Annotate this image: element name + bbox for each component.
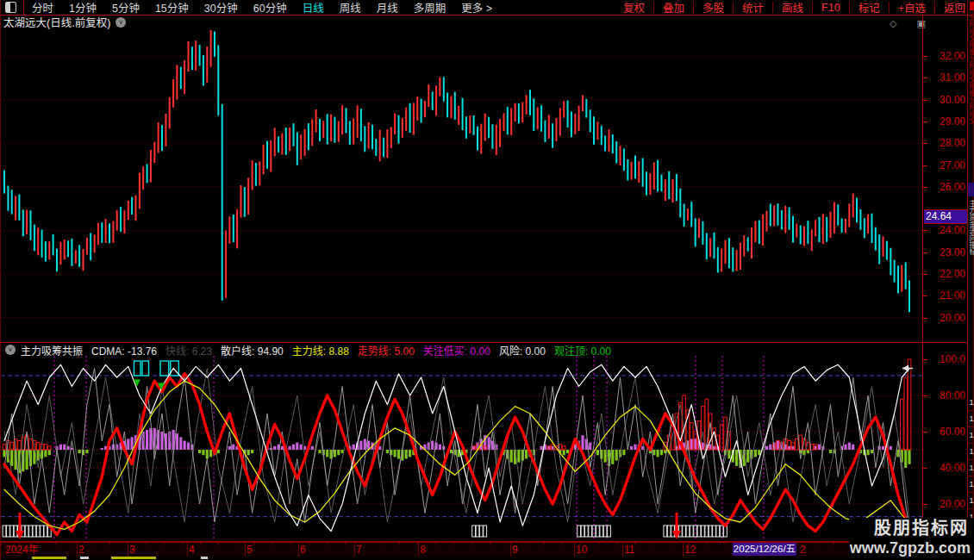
histogram-bar-purple [311,446,314,450]
cutoff-label-fragment [80,557,89,559]
indicator-header: ˅ 主力吸筹共振CDMA: -13.76快线: 6.23散户线: 94.90主力… [2,344,620,356]
collapsed-quote-strip[interactable]: 分时成交明细分时成交明细分时成交 主力资金流向指标 111111111 [967,0,974,560]
histogram-bar-purple [844,445,846,450]
toolbar-item-标记[interactable]: 标记 [850,0,889,16]
toolbar-item-1分钟[interactable]: 1分钟 [61,3,104,15]
price-axis-label: 21.00 [926,290,965,301]
buy-signal-box [479,526,483,537]
histogram-bar-purple [589,443,591,450]
histogram-bar-green [405,450,408,459]
indicator-axis-label: 60.00 [926,426,965,437]
layout-icon[interactable] [5,2,16,13]
axis-tick [923,359,927,360]
histogram-bar-purple [146,430,148,450]
histogram-bar-purple [852,445,854,450]
toolbar-item-5分钟[interactable]: 5分钟 [104,3,147,15]
buy-signal-box [484,526,487,537]
indicator-axis-label: 20.00 [926,499,965,509]
toolbar-item-多股[interactable]: 多股 [694,0,733,16]
histogram-bar-purple [187,443,190,450]
toolbar-item-统计[interactable]: 统计 [734,0,772,16]
toolbar-item-60分钟[interactable]: 60分钟 [246,3,295,15]
histogram-bar-purple [890,446,892,450]
histogram-bar-green [652,450,655,455]
histogram-bar-green [829,450,832,453]
price-axis-label: 27.00 [926,160,965,171]
histogram-bar-purple [709,445,712,450]
histogram-bar-purple [59,445,62,450]
red-outline-bar [727,432,731,450]
histogram-bar-purple [690,439,693,450]
histogram-bar-purple [769,445,771,450]
toolbar-item-分时[interactable]: 分时 [24,3,61,15]
indicator-collapse-icon[interactable]: ˅ [5,345,16,355]
red-outline-bar [705,399,709,450]
histogram-bar-green [596,450,599,455]
histogram-bar-green [615,450,618,461]
red-outline-bar [901,399,904,450]
histogram-bar-green [604,450,607,463]
histogram-bar-purple [431,441,434,451]
toolbar-item-F10[interactable]: F10 [813,2,849,14]
toolbar-item-更多 >[interactable]: 更多 > [453,3,500,15]
histogram-bar-purple [882,446,884,450]
toolbar-item-30分钟[interactable]: 30分钟 [197,3,246,15]
cutoff-label-fragment [32,557,66,559]
histogram-bar-purple [848,443,851,450]
buy-signal-box [709,526,712,537]
axis-separator [683,543,684,557]
histogram-bar-purple [176,433,178,450]
axis-tick [923,252,927,253]
buy-signal-box [600,526,603,537]
axis-tick [923,78,927,78]
date-axis[interactable]: 2024年 23456789101112 2025/12/26/五 2 [1,542,922,557]
candlestick-chart[interactable] [1,28,922,342]
chevron-down-icon[interactable]: ˅ [116,17,126,28]
red-outline-bar [796,439,799,450]
buy-signal-box [10,526,14,537]
toolbar-item-+自选[interactable]: +自选 [890,0,934,16]
buy-signal-box [716,526,720,537]
histogram-bar-green [247,450,250,455]
buy-signal-box [589,526,592,537]
toolbar-item-画线[interactable]: 画线 [773,0,812,16]
toolbar-item-多周期[interactable]: 多周期 [406,3,454,15]
toolbar-item-日线[interactable]: 日线 [295,3,332,15]
histogram-bar-purple [547,446,550,450]
histogram-bar-green [450,450,453,453]
axis-tick [923,187,927,188]
axis-month-label: 11 [624,544,634,555]
axis-month-label: 5 [247,544,253,555]
red-outline-bar [904,377,908,450]
histogram-bar-green [611,450,614,464]
histogram-bar-purple [353,445,355,450]
histogram-bar-green [44,450,47,457]
histogram-bar-green [563,450,565,455]
toolbar-item-复权[interactable]: 复权 [615,0,653,16]
axis-month-label: 9 [512,544,518,555]
histogram-bar-green [867,450,870,455]
axis-tick [923,230,927,231]
buy-signal-box [578,526,581,537]
histogram-bar-purple [281,446,284,450]
toolbar-item-15分钟[interactable]: 15分钟 [147,3,197,15]
axis-separator [128,543,128,557]
red-outline-bar [48,446,52,450]
buy-signal-box [697,526,701,537]
axis-month-label: 2 [800,544,806,555]
next-pane-cutoff [1,557,922,560]
toolbar-item-叠加[interactable]: 叠加 [654,0,693,16]
toolbar-item-月线[interactable]: 月线 [369,3,406,15]
axis-month-label: 12 [684,544,696,555]
toolbar-item-周线[interactable]: 周线 [332,3,369,15]
red-outline-bar [908,359,911,450]
buy-signal-box [584,526,588,537]
histogram-bar-purple [300,445,303,450]
histogram-bar-purple [292,445,295,450]
histogram-bar-purple [63,445,66,450]
strip-cell: 1 [968,427,974,444]
indicator-chart[interactable] [1,356,922,541]
strip-cell: 1 [968,395,974,411]
histogram-bar-green [746,450,749,463]
tools-menu: 复权叠加多股统计画线F10标记+自选返回 [615,0,974,15]
